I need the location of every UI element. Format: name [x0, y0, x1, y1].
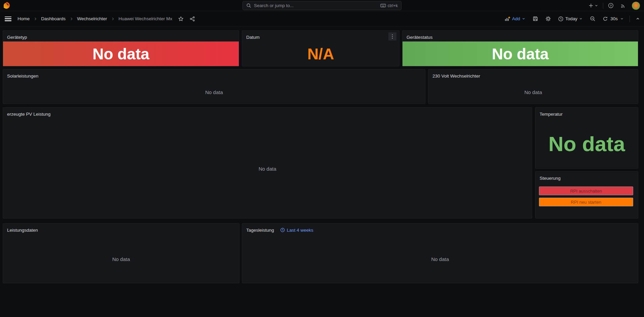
chevron-down-icon: [620, 17, 624, 21]
no-data-label: No data: [524, 89, 542, 95]
panel-title[interactable]: Tagesleistung: [246, 228, 274, 233]
panel-tagesleistung: Tagesleistung Last 4 weeks No data: [242, 223, 638, 283]
chevron-right-icon: [111, 17, 115, 21]
panel-title[interactable]: Temperatur: [540, 112, 562, 117]
user-avatar[interactable]: [632, 2, 640, 10]
panel-temperatur: Temperatur No data: [535, 107, 638, 169]
collapse-toolbar-button[interactable]: [636, 17, 640, 21]
chevron-right-icon: [69, 17, 73, 21]
gear-icon: [545, 16, 551, 22]
breadcrumb-dashboards[interactable]: Dashboards: [41, 16, 66, 21]
stat-value: No data: [93, 45, 150, 63]
breadcrumb-folder[interactable]: Wechselrichter: [77, 16, 107, 21]
panel-solarleistungen: Solarleistungen No data: [3, 69, 425, 104]
panel-title[interactable]: erzeugte PV Leistung: [7, 112, 51, 117]
save-icon: [533, 16, 538, 22]
clock-icon: [280, 228, 285, 232]
help-button[interactable]: ?: [608, 3, 614, 8]
no-data-label: No data: [431, 256, 449, 262]
stat-value: No data: [492, 45, 549, 63]
breadcrumb: Home Dashboards Wechselrichter Huawei We…: [5, 11, 195, 26]
panel-geraetetyp: Gerätetyp No data: [3, 30, 239, 66]
no-data-label: No data: [112, 256, 130, 262]
rpi-restart-button[interactable]: RPI neu starten: [539, 198, 633, 206]
save-dashboard-button[interactable]: [533, 16, 538, 22]
dashboard-settings-button[interactable]: [545, 16, 551, 22]
refresh-button[interactable]: 30s: [603, 16, 624, 22]
time-override-label: Last 4 weeks: [287, 228, 314, 233]
plus-icon: [588, 3, 593, 8]
stat-value: No data: [548, 132, 625, 156]
panel-erzeugte-pv-leistung: erzeugte PV Leistung No data: [3, 107, 532, 219]
panel-geraetestatus: Gerätestatus No data: [402, 30, 638, 66]
panel-title[interactable]: Steuerung: [540, 176, 560, 181]
search-input[interactable]: Search or jump to... ctrl+k: [243, 1, 401, 10]
zoom-out-button[interactable]: [590, 16, 595, 22]
grafana-logo[interactable]: [3, 2, 10, 9]
panel-230v-wechselrichter: 230 Volt Wechselrichter No data: [428, 69, 638, 104]
panel-title[interactable]: Gerätestatus: [407, 35, 432, 40]
panel-title[interactable]: 230 Volt Wechselrichter: [432, 74, 480, 79]
breadcrumb-bar: Home Dashboards Wechselrichter Huawei We…: [0, 11, 644, 26]
refresh-icon: [603, 16, 608, 22]
add-panel-icon: [505, 16, 510, 22]
nav-divider: [603, 3, 603, 9]
add-label: Add: [512, 16, 520, 21]
no-data-label: No data: [205, 89, 223, 95]
time-range-picker[interactable]: Today: [558, 16, 583, 22]
stat-value: N/A: [307, 45, 334, 63]
chevron-right-icon: [33, 17, 37, 21]
toolbar-divider: [630, 16, 630, 22]
news-button[interactable]: [620, 3, 626, 8]
stat-background: No data: [402, 41, 638, 66]
breadcrumb-home[interactable]: Home: [18, 16, 30, 21]
panel-title[interactable]: Solarleistungen: [7, 74, 38, 79]
favorite-star-icon[interactable]: [178, 16, 184, 22]
clock-icon: [558, 16, 564, 22]
chevron-up-icon: [636, 17, 640, 21]
panel-datum: Datum ⋮ N/A: [242, 30, 399, 66]
keyboard-icon: [380, 3, 386, 8]
help-icon: ?: [608, 3, 614, 8]
breadcrumb-current: Huawei Wechselrichter Mx: [119, 16, 172, 21]
search-shortcut: ctrl+k: [388, 3, 398, 8]
chevron-down-icon: [579, 17, 583, 21]
zoom-out-icon: [590, 16, 595, 22]
chevron-down-icon: [594, 4, 598, 7]
panel-title[interactable]: Leistungsdaten: [7, 228, 38, 233]
search-icon: [246, 3, 251, 8]
svg-text:?: ?: [610, 4, 612, 7]
rpi-off-button[interactable]: RPI ausschalten: [539, 186, 633, 195]
share-icon[interactable]: [190, 16, 195, 22]
time-override-indicator[interactable]: Last 4 weeks: [280, 228, 314, 233]
chevron-down-icon: [522, 17, 525, 21]
new-button[interactable]: [588, 3, 598, 8]
menu-toggle-icon[interactable]: [5, 17, 11, 21]
search-placeholder: Search or jump to...: [254, 3, 378, 8]
panel-title[interactable]: Gerätetyp: [7, 35, 27, 40]
time-range-label: Today: [565, 16, 577, 21]
panel-menu-icon[interactable]: ⋮: [388, 32, 396, 40]
panel-steuerung: Steuerung RPI ausschalten RPI neu starte…: [535, 171, 638, 219]
top-nav-bar: Search or jump to... ctrl+k: [0, 0, 644, 11]
stat-background: No data: [3, 41, 239, 66]
panel-title[interactable]: Datum: [246, 35, 260, 40]
rss-icon: [620, 3, 626, 8]
no-data-label: No data: [259, 166, 277, 172]
panel-leistungsdaten: Leistungsdaten No data: [3, 223, 239, 283]
add-button[interactable]: Add: [505, 16, 525, 22]
refresh-interval-label: 30s: [610, 16, 618, 21]
